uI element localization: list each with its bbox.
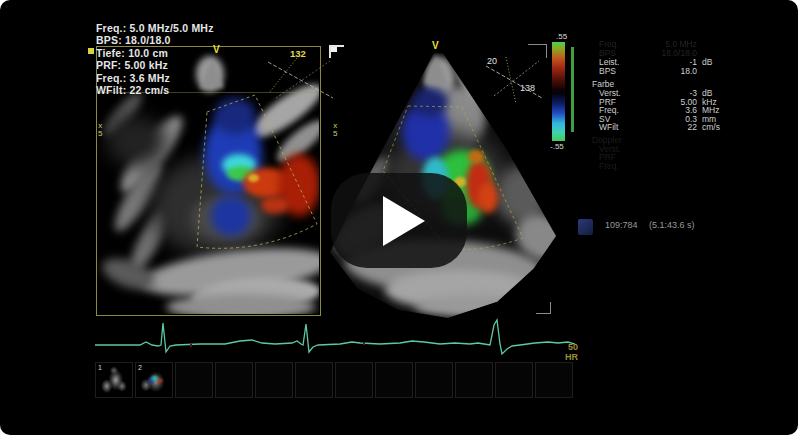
ecg-marker-tick <box>190 344 192 347</box>
param-line-tiefe: Tiefe: 10.0 cm <box>96 47 214 59</box>
param-row-dim: Freq. <box>592 162 752 171</box>
thumbnail-number: 2 <box>138 364 142 371</box>
right-orientation-marker: V <box>432 40 439 51</box>
param-unit <box>697 49 702 58</box>
gain-bar <box>571 47 574 132</box>
param-row-freq: Freq. 3.6 MHz <box>592 106 752 115</box>
play-icon <box>383 196 425 246</box>
param-label: Freq. <box>592 162 647 171</box>
depth-marker-value: 5 <box>98 130 102 138</box>
doppler-flow-orange <box>468 150 484 163</box>
param-row-bps: BPS 18.0 <box>592 67 752 76</box>
left-orientation-marker: V <box>213 44 220 55</box>
clip-filmstrip: 1 2 <box>95 362 576 400</box>
empty-clip-slot <box>415 362 453 398</box>
clip-thumbnail-icon <box>578 219 593 235</box>
param-line-bps: BPS: 18.0/18.0 <box>96 34 214 46</box>
right-caliper-label-a: 20 <box>487 56 497 66</box>
param-line-freq: Freq.: 5.0 MHz/5.0 MHz <box>96 22 214 34</box>
empty-clip-slot <box>175 362 213 398</box>
param-row-wfilt: WFilt 22 cm/s <box>592 123 752 132</box>
left-parameter-block: Freq.: 5.0 MHz/5.0 MHz BPS: 18.0/18.0 Ti… <box>96 22 214 96</box>
right-caliper-line-yellow <box>506 57 516 104</box>
param-unit: dB <box>697 58 712 67</box>
empty-clip-slot <box>215 362 253 398</box>
param-value <box>647 145 697 154</box>
ultrasound-video-frame: Freq.: 5.0 MHz/5.0 MHz BPS: 18.0/18.0 Ti… <box>0 0 798 435</box>
param-line-wfilt: WFilt: 22 cm/s <box>96 84 214 96</box>
hr-value: 50 <box>558 342 578 352</box>
right-caliper-label-b: 138 <box>520 83 535 93</box>
empty-clip-slot <box>255 362 293 398</box>
right-parameter-panel: Freq. 5.0 MHz BPS 18.0/18.0 Leist. -1 dB… <box>592 40 752 170</box>
ecg-waveform <box>95 320 575 354</box>
param-label: BPS <box>592 67 647 76</box>
doppler-flow-blue <box>412 87 448 117</box>
colorbar-max-label: .55 <box>556 32 567 41</box>
empty-clip-slot <box>335 362 373 398</box>
tissue-blob <box>415 295 535 317</box>
clip-thumbnail-1[interactable]: 1 <box>95 362 133 398</box>
right-sector-apex <box>424 54 448 84</box>
param-value <box>647 153 697 162</box>
empty-clip-slot <box>455 362 493 398</box>
param-value: 18.0/18.0 <box>647 49 697 58</box>
right-caliper-line <box>486 66 542 98</box>
clip-time-range: (5.1:43.6 s) <box>649 220 695 230</box>
param-line-prf: PRF: 5.00 kHz <box>96 59 214 71</box>
param-row-leist: Leist. -1 dB <box>592 58 752 67</box>
param-label: WFilt <box>592 123 647 132</box>
play-button[interactable] <box>331 173 467 268</box>
param-unit <box>697 67 702 76</box>
right-depth-marker: x 5 <box>333 122 337 138</box>
param-value <box>647 162 697 171</box>
param-value: 18.0 <box>647 67 697 76</box>
doppler-flow-red <box>478 183 498 213</box>
param-label: BPS <box>592 49 647 58</box>
param-unit: cm/s <box>697 123 720 132</box>
empty-clip-slot <box>295 362 333 398</box>
param-row-verst: Verst. -3 dB <box>592 89 752 98</box>
param-row-dim: BPS 18.0/18.0 <box>592 49 752 58</box>
empty-clip-slot <box>375 362 413 398</box>
depth-marker-value: 5 <box>333 130 337 138</box>
empty-clip-slot <box>495 362 533 398</box>
right-image-corner-bracket-top <box>528 44 547 58</box>
colorbar-min-label: -.55 <box>550 142 564 151</box>
param-line-freq2: Freq.: 3.6 MHz <box>96 72 214 84</box>
empty-clip-slot <box>535 362 573 398</box>
thumbnail-number: 1 <box>98 364 102 371</box>
frame-counter: 109:784 <box>605 220 638 230</box>
param-value: 22 <box>647 123 697 132</box>
hr-label: HR <box>556 352 578 362</box>
left-depth-marker: x 5 <box>98 122 102 138</box>
right-image-corner-bracket-bottom <box>536 302 551 314</box>
param-unit <box>697 40 702 49</box>
ecg-marker-tick <box>363 342 365 345</box>
orientation-flag-icon <box>329 45 344 58</box>
active-image-indicator <box>88 48 94 54</box>
doppler-colorbar <box>552 42 565 141</box>
left-caliper-label: 132 <box>290 48 306 59</box>
param-row-dim: Verst. <box>592 145 752 154</box>
clip-thumbnail-2[interactable]: 2 <box>135 362 173 398</box>
